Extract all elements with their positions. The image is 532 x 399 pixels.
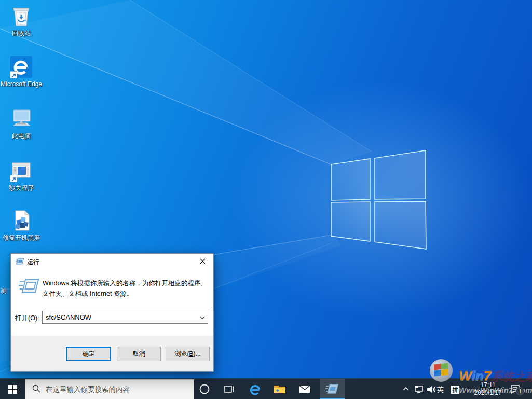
run-icon <box>16 257 24 267</box>
desktop-icon-microsoft-edge[interactable]: Microsoft Edge <box>0 55 43 88</box>
tray-ime-mode-indicator[interactable]: 拼 <box>451 386 459 394</box>
edge-icon <box>248 382 262 396</box>
desktop-icon-fix-black-screen[interactable]: 修复开机黑屏 <box>0 209 43 241</box>
run-dialog-titlebar[interactable]: 运行 <box>11 254 213 269</box>
taskbar-file-explorer-button[interactable] <box>268 379 291 399</box>
browse-button[interactable]: 浏览(B)... <box>166 347 210 361</box>
run-dialog-title: 运行 <box>27 258 39 267</box>
partially-hidden-icon-label[interactable]: 测 <box>1 286 8 295</box>
network-icon <box>414 384 424 394</box>
taskbar: 在这里输入你要搜索的内容 <box>0 378 532 399</box>
search-icon <box>32 384 40 395</box>
run-dialog-footer: 确定 取消 浏览(B)... <box>11 336 213 371</box>
desktop-icon-label: 秒关程序 <box>0 184 43 191</box>
cancel-button[interactable]: 取消 <box>117 347 161 361</box>
this-pc-icon <box>9 107 33 131</box>
taskbar-edge-button[interactable] <box>243 379 266 399</box>
tray-date: 2020/1/17 <box>465 389 511 397</box>
recycle-bin-icon <box>9 4 33 28</box>
run-command-combobox <box>42 311 208 324</box>
taskbar-mail-button[interactable] <box>293 379 316 399</box>
run-command-input[interactable] <box>43 311 196 323</box>
run-icon <box>325 383 339 395</box>
registry-file-icon <box>9 209 33 232</box>
tray-language-indicator[interactable]: 英 <box>437 385 444 394</box>
open-label: 打开(O): <box>15 314 39 323</box>
ok-button[interactable]: 确定 <box>66 347 111 361</box>
speaker-icon <box>426 385 436 394</box>
tray-clock[interactable]: 17:11 2020/1/17 <box>465 381 511 397</box>
tray-volume-button[interactable] <box>425 379 436 399</box>
cortana-button[interactable] <box>194 379 215 399</box>
chevron-up-icon <box>402 386 410 392</box>
desktop-icon-quick-close-app[interactable]: 秒关程序 <box>0 159 43 191</box>
shortcut-arrow-icon <box>10 175 17 182</box>
taskbar-run-button-active[interactable] <box>320 379 345 399</box>
tray-network-button[interactable] <box>413 379 425 399</box>
desktop-icon-label: 此电脑 <box>0 132 43 140</box>
mail-icon <box>298 382 311 396</box>
run-dialog-description: Windows 将根据你所输入的名称，为你打开相应的程序、 文件夹、文档或 In… <box>43 279 207 299</box>
notification-count-badge[interactable]: 1 <box>516 387 524 395</box>
search-placeholder: 在这里输入你要搜索的内容 <box>46 385 130 394</box>
run-icon-large <box>19 278 39 297</box>
desktop-icon-label: 修复开机黑屏 <box>0 234 43 241</box>
run-dialog: 运行 Windows 将根据你所输入的名称，为你打开相应的程序、 文件夹、文档或… <box>10 253 214 372</box>
desktop-icon-label: 回收站 <box>0 30 43 37</box>
desktop-icon-recycle-bin[interactable]: 回收站 <box>0 4 43 37</box>
tray-time: 17:11 <box>465 381 511 389</box>
taskbar-search-box[interactable]: 在这里输入你要搜索的内容 <box>25 379 194 399</box>
task-view-button[interactable] <box>219 379 239 399</box>
file-explorer-icon <box>273 382 287 396</box>
start-button[interactable] <box>0 379 25 399</box>
chevron-down-icon[interactable] <box>199 314 206 321</box>
tray-show-hidden-icons-button[interactable] <box>401 379 411 399</box>
shortcut-arrow-icon <box>10 71 17 78</box>
close-icon[interactable] <box>192 254 213 269</box>
cortana-icon <box>199 383 210 395</box>
task-view-icon <box>223 383 235 395</box>
desktop-icon-this-pc[interactable]: 此电脑 <box>0 107 43 140</box>
windows-start-icon <box>8 385 17 394</box>
desktop-icon-label: Microsoft Edge <box>0 80 43 88</box>
